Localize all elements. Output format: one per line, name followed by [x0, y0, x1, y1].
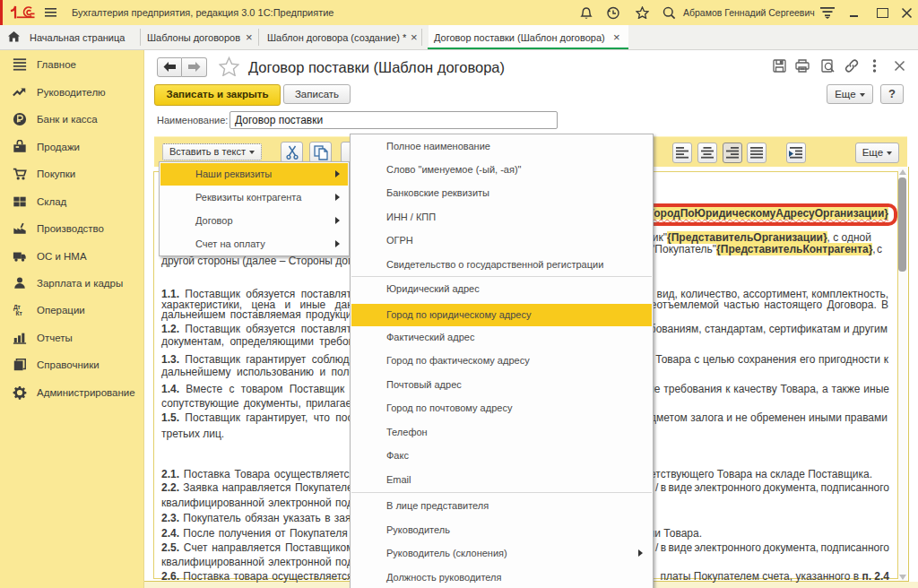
svg-text:Кт: Кт — [16, 310, 23, 316]
